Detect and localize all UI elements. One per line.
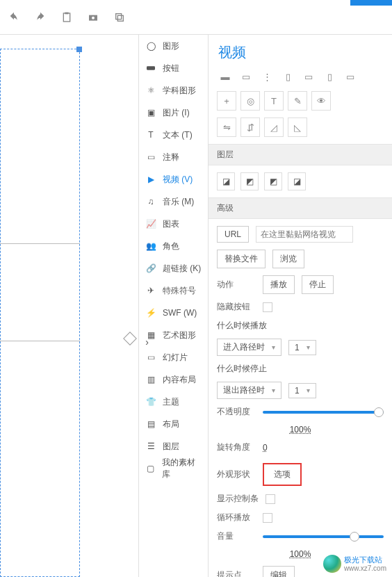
canvas[interactable]: › [0,35,139,577]
flash-icon: ⚡ [145,307,157,319]
section-layer-header: 图层 [209,144,392,165]
text-tool-icon[interactable]: T [264,91,284,111]
edit-button[interactable]: 编辑 [263,566,295,577]
canvas-divider [0,243,80,244]
menu-hyperlink[interactable]: 🔗超链接 (K) [139,257,208,279]
people-icon: 👥 [145,240,157,252]
menu-note[interactable]: ▭注释 [139,146,208,168]
add-icon[interactable]: + [217,91,236,111]
top-toolbar [0,0,392,35]
library-icon: ▢ [145,462,156,475]
video-icon: ▶ [145,173,157,186]
flip-v-icon[interactable]: ⇵ [240,117,260,137]
menu-image[interactable]: ▣图片 (I) [139,101,208,124]
camera-icon[interactable] [86,10,100,24]
properties-panel: 视频 ▬ ▭ ⋮ ▯ ▭ ▯ ▭ + ◎ T ✎ 👁 ⇋ ⇵ ◿ ◺ 图层 ◪ … [209,35,392,577]
align-icon[interactable]: ▯ [279,69,296,84]
menu-chart[interactable]: 📈图表 [139,213,208,235]
menu-music[interactable]: ♫音乐 (M) [139,190,208,213]
align-icon[interactable]: ▯ [321,69,338,84]
menu-layout[interactable]: ▤布局 [139,413,208,435]
rotation-label: 旋转角度 [217,441,256,453]
eye-icon[interactable]: 👁 [311,91,331,111]
tool-row-3: ⇋ ⇵ ◿ ◺ [209,117,392,144]
brush-icon[interactable]: ✎ [288,91,307,111]
menu-layer[interactable]: ☰图层 [139,435,208,457]
loop-label: 循环播放 [217,512,256,523]
chart-icon: 📈 [145,218,157,230]
menu-button[interactable]: 按钮 [139,57,208,79]
menu-video[interactable]: ▶视频 (V) [139,168,208,190]
opacity-slider[interactable] [263,411,384,414]
menu-slide[interactable]: ▭幻灯片 [139,346,208,368]
when-stop-dropdown[interactable]: 退出路径时 [217,382,281,399]
when-play-num-dropdown[interactable]: 1 [288,340,316,355]
align-icon[interactable]: ▬ [217,69,234,84]
menu-swf[interactable]: ⚡SWF (W) [139,302,208,324]
svg-rect-6 [147,66,155,70]
align-icon[interactable]: ▭ [342,69,359,84]
redo-icon[interactable] [33,10,47,24]
tool-row-1: ▬ ▭ ⋮ ▯ ▭ ▯ ▭ [209,69,392,91]
watermark-logo-icon [323,555,341,573]
when-play-dropdown[interactable]: 进入路径时 [217,339,281,356]
send-back-icon[interactable]: ◪ [288,172,306,190]
menu-role[interactable]: 👥角色 [139,235,208,257]
when-stop-num-dropdown[interactable]: 1 [288,383,316,398]
appearance-label: 外观形状 [217,469,256,480]
section-advanced-header: 高级 [209,197,392,219]
mirror-icon[interactable]: ◿ [264,117,284,137]
target-icon[interactable]: ◎ [240,91,260,111]
rotation-value[interactable]: 0 [263,443,268,453]
menu-shape[interactable]: ◯图形 [139,35,208,57]
mirror-icon[interactable]: ◺ [288,117,307,137]
replace-file-button[interactable]: 替换文件 [217,250,266,268]
svg-point-3 [92,16,95,19]
crop-icon[interactable] [113,10,126,24]
bring-front-icon[interactable]: ◪ [217,172,235,190]
paste-icon[interactable] [60,10,74,24]
layer-controls: ◪ ◩ ◩ ◪ [209,165,392,197]
volume-value[interactable]: 100% [290,549,311,559]
url-input[interactable] [256,226,353,243]
send-backward-icon[interactable]: ◩ [264,172,282,190]
panel-title: 视频 [209,35,392,69]
image-icon: ▣ [145,106,157,119]
undo-icon[interactable] [7,10,21,24]
chevron-right-icon[interactable]: › [145,336,149,348]
hide-button-checkbox[interactable] [263,302,272,312]
grid-icon: ▤ [145,418,157,430]
play-button[interactable]: 播放 [263,275,295,294]
menu-art-shape[interactable]: ▦艺术图形 [139,324,208,346]
align-icon[interactable]: ▭ [238,69,254,84]
flip-h-icon[interactable]: ⇋ [217,117,236,137]
selection-box[interactable] [0,49,80,577]
bring-forward-icon[interactable]: ◩ [240,172,259,190]
link-icon: 🔗 [145,262,157,275]
advanced-body: URL 替换文件 浏览 动作 播放 停止 隐藏按钮 什么时候播放 进入路径时 1… [209,219,392,577]
menu-subject-shape[interactable]: ⚛学科图形 [139,79,208,101]
opacity-value[interactable]: 100% [290,425,311,434]
menu-content-layout[interactable]: ▥内容布局 [139,368,208,391]
button-icon [145,62,157,74]
tshirt-icon: 👕 [145,396,157,408]
menu-theme[interactable]: 👕主题 [139,391,208,413]
menu-special-char[interactable]: ✈特殊符号 [139,279,208,302]
atom-icon: ⚛ [145,84,157,97]
loop-checkbox[interactable] [263,513,272,523]
menu-text[interactable]: T文本 (T) [139,124,208,146]
volume-slider[interactable] [263,535,384,538]
stop-button[interactable]: 停止 [302,275,334,294]
show-controls-checkbox[interactable] [266,494,275,504]
options-button[interactable]: 选项 [263,463,302,486]
opacity-label: 不透明度 [217,406,256,418]
align-icon[interactable]: ⋮ [259,69,275,84]
menu-my-library[interactable]: ▢我的素材库 [139,457,208,480]
insert-menu: ◯图形 按钮 ⚛学科图形 ▣图片 (I) T文本 (T) ▭注释 ▶视频 (V)… [139,35,209,577]
text-icon: T [145,129,157,141]
align-icon[interactable]: ▭ [300,69,317,84]
path-node-icon[interactable] [123,332,137,346]
action-label: 动作 [217,279,256,291]
svg-rect-0 [63,13,70,22]
browse-button[interactable]: 浏览 [272,250,304,268]
